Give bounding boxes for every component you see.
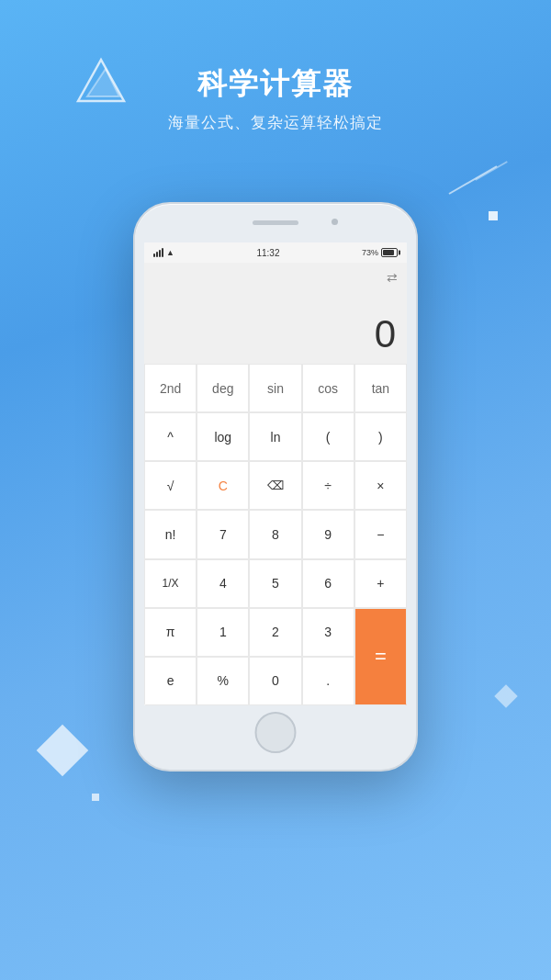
key-6[interactable]: 6 xyxy=(302,559,354,608)
calculator-display: ⇄ 0 xyxy=(144,263,407,364)
deco-triangle xyxy=(73,55,129,106)
key-close-paren[interactable]: ) xyxy=(354,412,407,461)
signal-bar-1 xyxy=(153,253,155,257)
key-reciprocal[interactable]: 1/X xyxy=(144,559,197,608)
key-decimal[interactable]: . xyxy=(302,657,354,705)
display-number: 0 xyxy=(375,312,396,356)
key-backspace[interactable]: ⌫ xyxy=(249,461,301,510)
battery-fill xyxy=(383,250,394,255)
phone-speaker xyxy=(253,220,298,225)
key-cos[interactable]: cos xyxy=(302,364,354,412)
deco-square1 xyxy=(489,211,498,220)
status-left: ▲ xyxy=(153,248,174,257)
key-9[interactable]: 9 xyxy=(302,510,354,558)
key-log[interactable]: log xyxy=(197,412,249,461)
key-equals[interactable]: = xyxy=(354,608,407,705)
key-euler[interactable]: e xyxy=(144,657,197,705)
rotate-icon[interactable]: ⇄ xyxy=(387,270,398,285)
signal-bar-4 xyxy=(162,248,163,257)
signal-bar-3 xyxy=(159,250,161,257)
key-divide[interactable]: ÷ xyxy=(302,461,354,510)
deco-square2 xyxy=(92,794,99,801)
key-tan[interactable]: tan xyxy=(354,364,407,412)
signal-bar-2 xyxy=(156,252,158,257)
key-deg[interactable]: deg xyxy=(197,364,249,412)
signal-bars xyxy=(153,248,163,257)
phone-mockup: ▲ 11:32 73% ⇄ 0 xyxy=(133,202,418,772)
key-3[interactable]: 3 xyxy=(302,608,354,657)
status-bar: ▲ 11:32 73% xyxy=(144,242,407,263)
key-clear[interactable]: C xyxy=(197,461,249,510)
key-subtract[interactable]: − xyxy=(354,510,407,558)
key-8[interactable]: 8 xyxy=(249,510,301,558)
key-7[interactable]: 7 xyxy=(197,510,249,558)
key-power[interactable]: ^ xyxy=(144,412,197,461)
key-ln[interactable]: ln xyxy=(249,412,301,461)
key-multiply[interactable]: × xyxy=(354,461,407,510)
app-subtitle: 海量公式、复杂运算轻松搞定 xyxy=(0,112,551,133)
keypad: 2nd deg sin cos tan ^ log ln ( ) √ C ⌫ ÷ xyxy=(144,364,407,705)
key-5[interactable]: 5 xyxy=(249,559,301,608)
phone-home-button[interactable] xyxy=(255,712,297,753)
key-2[interactable]: 2 xyxy=(249,608,301,657)
key-percent[interactable]: % xyxy=(197,657,249,705)
key-1[interactable]: 1 xyxy=(197,608,249,657)
deco-diamond1 xyxy=(37,725,89,777)
battery-icon xyxy=(381,248,398,257)
wifi-icon: ▲ xyxy=(166,248,174,257)
key-factorial[interactable]: n! xyxy=(144,510,197,558)
key-pi[interactable]: π xyxy=(144,608,197,657)
key-sin[interactable]: sin xyxy=(249,364,301,412)
battery-percent: 73% xyxy=(362,248,378,257)
key-4[interactable]: 4 xyxy=(197,559,249,608)
key-open-paren[interactable]: ( xyxy=(302,412,354,461)
key-add[interactable]: + xyxy=(354,559,407,608)
key-2nd[interactable]: 2nd xyxy=(144,364,197,412)
key-sqrt[interactable]: √ xyxy=(144,461,197,510)
phone-camera xyxy=(332,219,338,225)
deco-diamond2 xyxy=(494,684,517,707)
phone-body: ▲ 11:32 73% ⇄ 0 xyxy=(133,202,418,772)
status-right: 73% xyxy=(362,248,398,257)
deco-line2 xyxy=(475,161,508,181)
phone-screen: ▲ 11:32 73% ⇄ 0 xyxy=(144,242,407,705)
status-time: 11:32 xyxy=(256,248,279,258)
key-0[interactable]: 0 xyxy=(249,657,301,705)
